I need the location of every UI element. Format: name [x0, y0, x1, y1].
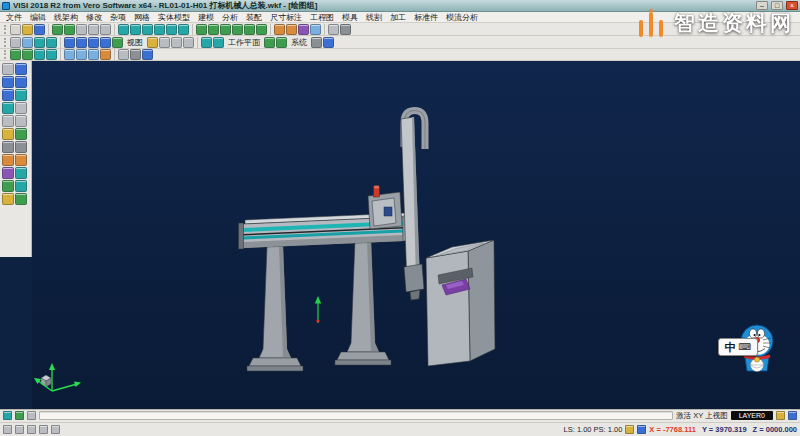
color-icon[interactable]	[100, 49, 111, 60]
measure-dock-icon[interactable]	[15, 154, 27, 166]
blank-icon[interactable]	[76, 49, 87, 60]
active-view-label[interactable]: 激活 XY 上视图	[676, 411, 728, 421]
top-view-icon[interactable]	[171, 37, 182, 48]
support-leg-left[interactable]	[247, 246, 303, 371]
paste-icon[interactable]	[100, 24, 111, 35]
front-view-dock-icon[interactable]	[2, 115, 14, 127]
grid-toggle-icon[interactable]	[15, 425, 24, 434]
menu-item[interactable]: 网格	[130, 12, 154, 23]
side-view-dock-icon[interactable]	[15, 115, 27, 127]
undo-icon[interactable]	[52, 24, 63, 35]
fillet-icon[interactable]	[244, 24, 255, 35]
grid-icon[interactable]	[46, 37, 57, 48]
menu-item[interactable]: 模具	[338, 12, 362, 23]
wp-xy-icon[interactable]	[264, 37, 275, 48]
shading-icon[interactable]	[130, 49, 141, 60]
transparency-icon[interactable]	[142, 49, 153, 60]
workplane-align-icon[interactable]	[213, 37, 224, 48]
menu-item[interactable]: 工程图	[306, 12, 338, 23]
zoom-in-icon[interactable]	[15, 63, 27, 75]
menu-item[interactable]: 线架构	[50, 12, 82, 23]
origin-icon[interactable]	[2, 180, 14, 192]
iso-view-icon[interactable]	[147, 37, 158, 48]
redo-icon[interactable]	[64, 24, 75, 35]
workplane-group-label[interactable]: 工作平面	[225, 37, 263, 48]
toolbar-grip[interactable]	[4, 50, 7, 59]
view-lock-icon[interactable]	[788, 411, 797, 420]
wp-custom-icon[interactable]	[276, 37, 287, 48]
group-icon[interactable]	[34, 49, 45, 60]
dimension-icon[interactable]	[286, 24, 297, 35]
menu-item[interactable]: 修改	[82, 12, 106, 23]
support-leg-right[interactable]	[335, 240, 391, 365]
system-settings-icon[interactable]	[311, 37, 322, 48]
new-file-icon[interactable]	[10, 24, 21, 35]
menu-item[interactable]: 加工	[386, 12, 410, 23]
mask-icon[interactable]	[64, 49, 75, 60]
beam-carriage[interactable]	[368, 186, 402, 229]
arc-icon[interactable]	[142, 24, 153, 35]
light-icon[interactable]	[2, 193, 14, 205]
history-icon[interactable]	[15, 411, 24, 420]
toolbar-grip[interactable]	[4, 38, 7, 47]
snap-toggle-icon[interactable]	[3, 425, 12, 434]
workplane-dock-icon[interactable]	[15, 167, 27, 179]
properties-icon[interactable]	[310, 24, 321, 35]
system-group-label[interactable]: 系统	[288, 37, 310, 48]
viewport-canvas[interactable]	[32, 61, 800, 409]
boolean-icon[interactable]	[232, 24, 243, 35]
right-view-icon[interactable]	[183, 37, 194, 48]
close-button[interactable]: ×	[786, 1, 798, 10]
unblank-icon[interactable]	[88, 49, 99, 60]
select-arrow-icon[interactable]	[2, 63, 14, 75]
copy-icon[interactable]	[88, 24, 99, 35]
iso-view-dock-icon[interactable]	[2, 128, 14, 140]
viewport-3d[interactable]: 中 ⌨	[32, 61, 800, 409]
track-toggle-icon[interactable]	[51, 425, 60, 434]
coords-mode-icon[interactable]	[637, 425, 646, 434]
layer-dock-icon[interactable]	[2, 167, 14, 179]
open-file-icon[interactable]	[22, 24, 33, 35]
pan-icon[interactable]	[88, 37, 99, 48]
shade-icon[interactable]	[15, 128, 27, 140]
ime-language-indicator[interactable]: 中	[725, 340, 736, 355]
layer-manager-icon[interactable]	[22, 49, 33, 60]
zoom-fit-icon[interactable]	[64, 37, 75, 48]
pin-icon[interactable]	[27, 411, 36, 420]
revolve-icon[interactable]	[208, 24, 219, 35]
selection-filter-icon[interactable]	[22, 37, 33, 48]
previous-view-icon[interactable]	[2, 102, 14, 114]
shell-icon[interactable]	[256, 24, 267, 35]
menu-item[interactable]: 模流分析	[442, 12, 482, 23]
marking-machine-body[interactable]	[426, 240, 495, 366]
zoom-out-icon[interactable]	[2, 76, 14, 88]
menu-item[interactable]: 杂项	[106, 12, 130, 23]
menu-item[interactable]: 实体模型	[154, 12, 194, 23]
layers-icon[interactable]	[298, 24, 309, 35]
layer-list-icon[interactable]	[776, 411, 785, 420]
shaded-view-icon[interactable]	[112, 37, 123, 48]
wireframe-dock-icon[interactable]	[2, 141, 14, 153]
zoom-extents-icon[interactable]	[15, 76, 27, 88]
front-view-icon[interactable]	[159, 37, 170, 48]
snap-icon[interactable]	[34, 37, 45, 48]
circle-icon[interactable]	[154, 24, 165, 35]
orbit-icon[interactable]	[15, 89, 27, 101]
menu-item[interactable]: 装配	[242, 12, 266, 23]
top-view-dock-icon[interactable]	[15, 102, 27, 114]
sweep-icon[interactable]	[220, 24, 231, 35]
prompt-icon[interactable]	[3, 411, 12, 420]
active-layer-chip[interactable]: LAYER0	[731, 411, 773, 420]
settings-icon[interactable]	[340, 24, 351, 35]
cut-icon[interactable]	[76, 24, 87, 35]
menu-item[interactable]: 线割	[362, 12, 386, 23]
osnap-toggle-icon[interactable]	[39, 425, 48, 434]
ucs-triad[interactable]	[34, 363, 81, 391]
toolbar-grip[interactable]	[4, 25, 7, 34]
units-icon[interactable]	[625, 425, 634, 434]
ime-toolbar[interactable]: 中 ⌨	[718, 338, 758, 356]
pan-view-icon[interactable]	[2, 89, 14, 101]
ime-keyboard-icon[interactable]: ⌨	[739, 342, 752, 352]
line-icon[interactable]	[130, 24, 141, 35]
vertical-arm[interactable]	[401, 110, 425, 300]
